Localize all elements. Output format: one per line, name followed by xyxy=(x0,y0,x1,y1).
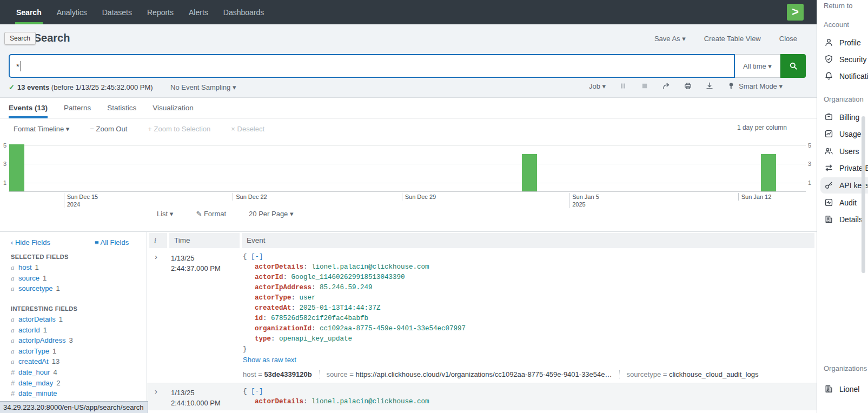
nav-item-dashboards[interactable]: Dashboards xyxy=(216,0,272,24)
zoom-out-button[interactable]: − Zoom Out xyxy=(90,125,127,133)
timeline-bar[interactable] xyxy=(522,154,537,191)
format-timeline-dropdown[interactable]: Format Timeline ▾ xyxy=(14,125,69,133)
event-field-source[interactable]: source = https://api.clickhouse.cloud/v1… xyxy=(327,370,612,378)
json-value[interactable]: 2025-01-13T14:44:37Z xyxy=(300,304,381,312)
json-key[interactable]: organizationId xyxy=(255,325,312,332)
json-pair-line: createdAt: 2025-01-13T14:44:37Z xyxy=(243,303,811,314)
field-sourcetype[interactable]: asourcetype1 xyxy=(11,284,60,295)
timeline-bar[interactable] xyxy=(761,154,776,191)
format-results-button[interactable]: ✎ Format xyxy=(196,210,226,218)
field-type-prefix: a xyxy=(11,274,18,283)
all-fields-link[interactable]: ≡ All Fields xyxy=(95,238,129,247)
json-key[interactable]: createdAt xyxy=(255,304,291,312)
json-value[interactable]: cc1092aa-8775-459e-9401-33e54ec07997 xyxy=(320,325,466,332)
field-count: 1 xyxy=(35,263,39,271)
event-sampling-dropdown[interactable]: No Event Sampling ▾ xyxy=(170,83,236,91)
field-type-prefix: a xyxy=(11,284,18,293)
zoom-to-selection-button[interactable]: + Zoom to Selection xyxy=(148,125,210,133)
stop-icon[interactable] xyxy=(640,82,649,90)
gridline xyxy=(9,183,806,183)
field-source[interactable]: asource1 xyxy=(11,274,60,285)
splunk-logo[interactable]: > xyxy=(787,4,804,21)
field-actorDetails[interactable]: aactorDetails1 xyxy=(11,315,73,326)
nav-item-alerts[interactable]: Alerts xyxy=(181,0,216,24)
info-column-header: i xyxy=(149,233,167,248)
search-input[interactable]: * xyxy=(9,54,735,78)
expand-event-icon[interactable]: › xyxy=(155,252,157,261)
json-value[interactable]: 678526d582c1f20fac4babfb xyxy=(271,315,368,322)
share-icon[interactable] xyxy=(662,82,671,90)
field-date_hour[interactable]: #date_hour4 xyxy=(11,368,73,379)
list-view-dropdown[interactable]: List ▾ xyxy=(157,210,173,218)
expand-event-icon[interactable]: › xyxy=(155,387,157,396)
tab-patterns[interactable]: Patterns xyxy=(64,98,91,118)
job-dropdown[interactable]: Job ▾ xyxy=(589,82,606,90)
field-name: actorType xyxy=(18,347,49,355)
panel-item-api-keys[interactable]: API keys xyxy=(820,177,868,194)
tab-events[interactable]: Events (13) xyxy=(9,98,48,118)
json-value[interactable]: lionel.palacin@clickhouse.com xyxy=(312,263,429,271)
json-key[interactable]: id xyxy=(255,315,263,322)
field-actorId[interactable]: aactorId1 xyxy=(11,326,73,337)
export-icon[interactable] xyxy=(705,82,714,90)
x-axis-tick-label: Sun Jan 52025 xyxy=(569,193,599,208)
field-count: 13 xyxy=(52,357,59,365)
panel-item-security[interactable]: Security xyxy=(820,51,868,68)
nav-item-reports[interactable]: Reports xyxy=(140,0,181,24)
field-host[interactable]: ahost1 xyxy=(11,263,60,274)
save-as-button[interactable]: Save As ▾ xyxy=(654,35,686,43)
field-actorIpAddress[interactable]: aactorIpAddress3 xyxy=(11,336,73,347)
panel-scrollbar-thumb[interactable] xyxy=(862,116,865,273)
event-field-sourcetype[interactable]: sourcetype = clickhouse_cloud_audit_logs xyxy=(627,370,759,378)
event-column-header: Event xyxy=(242,233,814,248)
hide-fields-link[interactable]: ‹ Hide Fields xyxy=(11,238,50,247)
json-key[interactable]: actorIpAddress xyxy=(255,284,312,291)
event-field-key: source = xyxy=(327,370,356,378)
close-button[interactable]: Close xyxy=(779,35,797,43)
json-key[interactable]: actorType xyxy=(255,294,291,302)
json-value[interactable]: openapi_key_update xyxy=(279,335,352,343)
return-to-link[interactable]: Return to xyxy=(824,2,852,10)
time-range-picker[interactable]: All time ▾ xyxy=(735,54,780,78)
per-page-dropdown[interactable]: 20 Per Page ▾ xyxy=(249,210,293,218)
nav-item-search[interactable]: Search xyxy=(9,0,49,24)
timeline-bar[interactable] xyxy=(9,144,24,191)
tab-visualization[interactable]: Visualization xyxy=(153,98,194,118)
json-value[interactable]: lionel.palacin@clickhouse.com xyxy=(312,398,429,405)
panel-item-users[interactable]: Users xyxy=(820,143,868,159)
panel-item-audit[interactable]: Audit xyxy=(820,195,868,211)
json-key[interactable]: actorDetails xyxy=(255,263,303,271)
panel-item-lionel[interactable]: Lionel xyxy=(820,381,868,397)
field-createdAt[interactable]: acreatedAt13 xyxy=(11,357,73,368)
nav-item-analytics[interactable]: Analytics xyxy=(49,0,95,24)
event-time: 1/13/252:44:37.000 PM xyxy=(171,253,239,274)
panel-item-profile[interactable]: Profile xyxy=(820,35,868,51)
search-button[interactable] xyxy=(780,54,806,78)
panel-item-notifications[interactable]: Notifications xyxy=(820,68,868,84)
pause-icon[interactable] xyxy=(619,82,627,90)
collapse-json-toggle[interactable]: [-] xyxy=(251,253,263,261)
event-row: ›1/13/252:44:10.000 PM{ [-]actorDetails:… xyxy=(147,383,817,410)
show-raw-text-link[interactable]: Show as raw text xyxy=(243,355,811,365)
create-table-view-button[interactable]: Create Table View xyxy=(704,35,761,43)
panel-item-private-endpoints[interactable]: Private Endpoints xyxy=(820,160,868,176)
json-value[interactable]: Google_114602629918513043390 xyxy=(291,274,405,281)
field-date_minute[interactable]: #date_minute xyxy=(11,389,73,400)
panel-item-billing[interactable]: Billing xyxy=(820,109,868,125)
field-date_mday[interactable]: #date_mday2 xyxy=(11,379,73,390)
json-key[interactable]: actorDetails xyxy=(255,398,303,405)
json-value[interactable]: 85.246.59.249 xyxy=(320,284,373,291)
json-value[interactable]: user xyxy=(300,294,316,302)
print-icon[interactable] xyxy=(684,82,692,90)
collapse-json-toggle[interactable]: [-] xyxy=(251,388,263,395)
smart-mode-dropdown[interactable]: Smart Mode ▾ xyxy=(727,82,783,90)
deselect-button[interactable]: × Deselect xyxy=(231,125,264,133)
panel-item-details[interactable]: Details xyxy=(820,211,868,228)
json-key[interactable]: type xyxy=(255,335,271,343)
field-actorType[interactable]: aactorType1 xyxy=(11,347,73,358)
event-field-host[interactable]: host = 53de4339120b xyxy=(243,370,312,378)
tab-statistics[interactable]: Statistics xyxy=(107,98,136,118)
json-key[interactable]: actorId xyxy=(255,274,283,281)
nav-item-datasets[interactable]: Datasets xyxy=(95,0,140,24)
panel-item-usage[interactable]: Usage xyxy=(820,126,868,142)
